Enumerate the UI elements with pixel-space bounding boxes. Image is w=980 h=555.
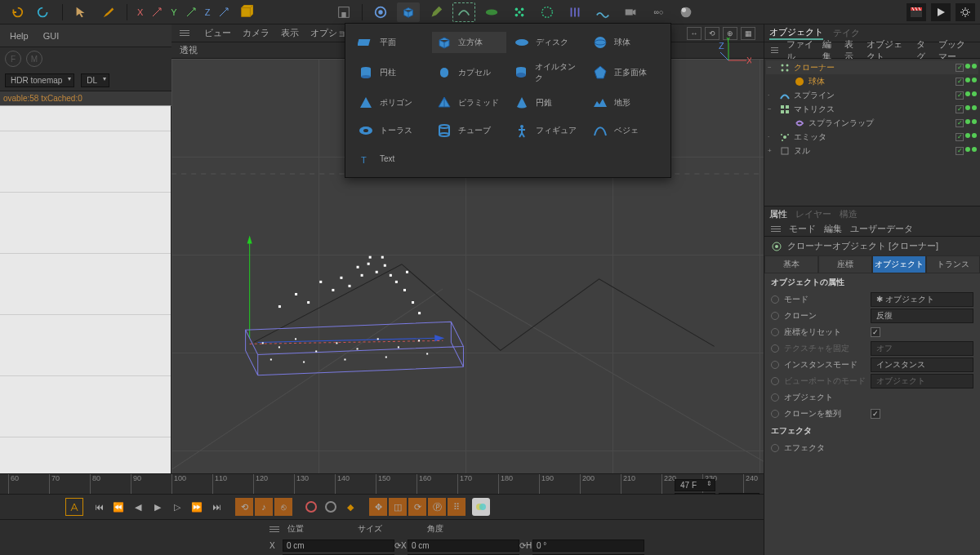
attr-tab-attributes[interactable]: 属性 <box>769 208 787 220</box>
radio-icon[interactable] <box>771 361 779 369</box>
dot-icon[interactable] <box>972 105 977 110</box>
gear-icon[interactable] <box>956 3 975 21</box>
playbar-play-icon[interactable] <box>931 3 951 21</box>
light-icon[interactable]: ∞○ <box>647 2 670 22</box>
next-key-icon[interactable]: ⏩ <box>188 498 206 516</box>
cube-primitive-icon[interactable] <box>397 2 420 22</box>
prev-frame-icon[interactable]: ◀ <box>129 498 147 516</box>
attr-menu-userdata[interactable]: ユーザーデータ <box>850 223 913 235</box>
primitive-text[interactable]: TText <box>354 148 429 169</box>
render-icon[interactable] <box>369 2 392 22</box>
vis-check[interactable]: ✓ <box>956 64 964 72</box>
clapper-icon[interactable] <box>906 3 926 21</box>
obj-hamburger-icon[interactable] <box>771 47 778 53</box>
timeline[interactable]: 6070809010011012013014015016017018019020… <box>0 473 764 495</box>
cloner-icon[interactable] <box>508 2 531 22</box>
filter-icon[interactable] <box>472 498 490 516</box>
dot-icon[interactable] <box>972 64 977 69</box>
attr-value[interactable]: オフ <box>871 341 973 356</box>
primitive-tube[interactable]: チューブ <box>432 120 507 141</box>
snap-icon[interactable] <box>332 2 355 22</box>
vis-check[interactable]: ✓ <box>956 147 964 155</box>
axis-z[interactable]: Z <box>202 7 214 17</box>
vis-check[interactable]: ✓ <box>956 78 964 86</box>
autokey-icon[interactable] <box>65 498 83 516</box>
attr-tab-structure[interactable]: 構造 <box>840 208 858 220</box>
radio-icon[interactable] <box>771 393 779 402</box>
playback-options-icon[interactable]: ⎋ <box>274 498 292 516</box>
attr-hamburger-icon[interactable] <box>771 226 781 232</box>
deformer-icon[interactable] <box>564 2 586 22</box>
go-end-icon[interactable]: ⏭ <box>207 498 225 516</box>
tree-row-spline[interactable]: ·スプライン✓ <box>766 88 978 102</box>
primitive-polygon[interactable]: ポリゴン <box>354 92 429 113</box>
attr-value[interactable]: オブジェクト <box>871 374 973 388</box>
tree-row-matrix[interactable]: −マトリクス✓ <box>766 102 978 116</box>
vp-menu-camera[interactable]: カメラ <box>243 27 270 39</box>
attr-subtab-1[interactable]: 座標 <box>818 255 872 273</box>
m-icon[interactable]: M <box>26 51 42 67</box>
coord-hamburger-icon[interactable] <box>270 526 279 532</box>
vis-check[interactable]: ✓ <box>956 91 964 100</box>
dot-icon[interactable] <box>965 119 970 124</box>
primitive-pyramid[interactable]: ピラミッド <box>432 92 507 113</box>
pen-icon[interactable] <box>425 2 448 22</box>
tree-row-null[interactable]: +ヌル✓ <box>766 144 978 158</box>
material-icon[interactable] <box>675 2 697 22</box>
primitive-cone[interactable]: 円錐 <box>510 92 585 113</box>
vp-nav-1[interactable]: ↔ <box>687 27 702 40</box>
attr-value[interactable]: 反復 <box>871 309 973 323</box>
attr-subtab-3[interactable]: トランス <box>926 255 980 273</box>
vis-check[interactable]: ✓ <box>956 105 964 113</box>
select-tool-icon[interactable] <box>69 2 92 22</box>
dot-icon[interactable] <box>965 105 970 110</box>
param-key-icon[interactable]: Ⓟ <box>428 498 446 516</box>
record-icon[interactable] <box>302 498 320 516</box>
pos-input[interactable] <box>283 539 394 552</box>
axis-gizmo[interactable]: Y X Z <box>719 38 751 70</box>
vis-check[interactable]: ✓ <box>956 133 964 141</box>
primitive-cube[interactable]: 立方体 <box>432 32 507 53</box>
tonemap-select[interactable]: HDR tonemap <box>5 73 74 87</box>
help-menu[interactable]: Help <box>10 31 29 41</box>
vp-menu-display[interactable]: 表示 <box>281 27 299 39</box>
dot-icon[interactable] <box>965 64 970 69</box>
primitive-cylinder[interactable]: 円柱 <box>354 60 429 86</box>
vp-menu-view[interactable]: ビュー <box>204 27 231 39</box>
dot-icon[interactable] <box>972 78 977 82</box>
f-icon[interactable]: F <box>5 51 21 67</box>
radio-icon[interactable] <box>771 377 779 385</box>
dot-icon[interactable] <box>965 78 970 82</box>
vp-nav-2[interactable]: ⟲ <box>705 27 719 40</box>
play-icon[interactable]: ▶ <box>149 498 167 516</box>
primitive-figure[interactable]: フィギュア <box>510 120 585 141</box>
gui-menu[interactable]: GUI <box>43 31 60 41</box>
next-frame-icon[interactable]: ▷ <box>168 498 186 516</box>
spline-box-icon[interactable] <box>452 2 475 22</box>
attr-menu-mode[interactable]: モード <box>789 223 816 235</box>
attr-value[interactable]: インスタンス <box>871 357 973 372</box>
dot-icon[interactable] <box>965 147 970 152</box>
attr-tab-layers[interactable]: レイヤー <box>795 208 831 220</box>
primitive-platonic[interactable]: 正多面体 <box>588 60 663 86</box>
record-key-icon[interactable] <box>322 498 340 516</box>
primitive-disc[interactable]: ディスク <box>510 32 585 53</box>
keyframe-icon[interactable]: ◆ <box>341 498 359 516</box>
size-input[interactable] <box>408 539 519 552</box>
brush-tool-icon[interactable] <box>97 2 120 22</box>
move-key-icon[interactable]: ✥ <box>369 498 387 516</box>
dot-icon[interactable] <box>965 91 970 96</box>
frame-current[interactable]: 47 F <box>675 479 715 491</box>
prev-key-icon[interactable]: ⏪ <box>109 498 127 516</box>
tree-row-sphere[interactable]: 球体✓ <box>766 74 978 88</box>
undo-icon[interactable] <box>5 2 28 22</box>
primitive-oiltank[interactable]: オイルタンク <box>510 60 585 86</box>
dot-icon[interactable] <box>972 119 977 124</box>
tree-row-cloner[interactable]: −クローナー✓ <box>766 60 978 74</box>
vis-check[interactable]: ✓ <box>956 119 964 127</box>
radio-icon[interactable] <box>771 444 779 452</box>
attr-value[interactable]: ✱ オブジェクト <box>871 292 973 307</box>
dot-icon[interactable] <box>972 133 977 138</box>
camera-icon[interactable] <box>619 2 642 22</box>
checkbox[interactable]: ✓ <box>871 327 880 337</box>
